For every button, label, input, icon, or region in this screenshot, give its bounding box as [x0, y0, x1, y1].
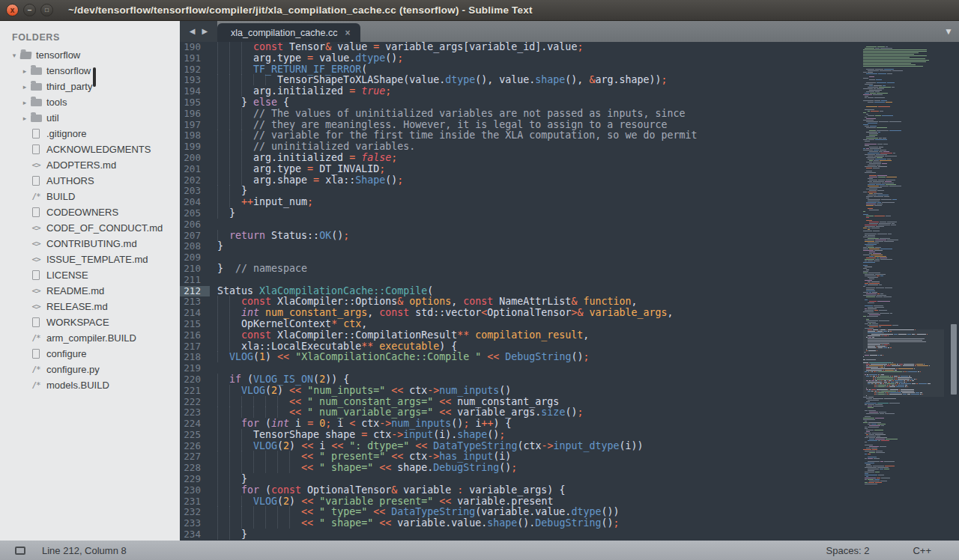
- code-line-209[interactable]: 209: [180, 252, 863, 264]
- disclosure-triangle-icon[interactable]: ▸: [21, 83, 28, 91]
- sidebar-item-tensorflow[interactable]: ▸tensorflow: [0, 63, 180, 79]
- code-line-232[interactable]: 232 << " type=" << DataTypeString(variab…: [180, 507, 863, 518]
- sidebar-item-configure[interactable]: configure: [0, 346, 180, 362]
- sidebar-item-tensorflow[interactable]: ▾tensorflow: [0, 47, 180, 63]
- line-number[interactable]: 211: [180, 275, 210, 286]
- line-number[interactable]: 210: [180, 264, 210, 275]
- line-number[interactable]: 227: [180, 451, 210, 463]
- tab-overflow-icon[interactable]: ▼: [944, 27, 953, 36]
- line-number[interactable]: 234: [180, 529, 210, 541]
- line-number[interactable]: 204: [180, 197, 210, 208]
- disclosure-triangle-icon[interactable]: ▸: [21, 115, 28, 122]
- code-line-229[interactable]: 229 }: [180, 474, 863, 485]
- code-line-212[interactable]: 212Status XlaCompilationCache::Compile(: [180, 286, 863, 297]
- code-line-204[interactable]: 204 ++input_num;: [180, 197, 863, 208]
- code-line-233[interactable]: 233 << " shape=" << variable.value.shape…: [180, 518, 863, 529]
- code-line-198[interactable]: 198 // variable for the first time insid…: [180, 130, 863, 141]
- line-number[interactable]: 198: [180, 130, 210, 141]
- minimap-viewport[interactable]: [863, 329, 944, 397]
- line-number[interactable]: 232: [180, 507, 210, 518]
- code-line-192[interactable]: 192 TF_RETURN_IF_ERROR(: [180, 64, 863, 76]
- code-line-228[interactable]: 228 << " shape=" << shape.DebugString();: [180, 463, 863, 474]
- disclosure-triangle-icon[interactable]: ▾: [10, 52, 18, 59]
- line-number[interactable]: 226: [180, 441, 210, 452]
- sidebar-item-license[interactable]: LICENSE: [0, 267, 180, 283]
- sidebar-item-readme-md[interactable]: <>README.md: [0, 283, 180, 299]
- prev-tab-icon[interactable]: ◀: [190, 28, 196, 35]
- sidebar-item-adopters-md[interactable]: <>ADOPTERS.md: [0, 157, 180, 173]
- line-number[interactable]: 201: [180, 164, 210, 175]
- disclosure-triangle-icon[interactable]: ▸: [21, 99, 28, 106]
- sidebar-item-models-build[interactable]: /*models.BUILD: [0, 377, 180, 393]
- code-line-191[interactable]: 191 arg.type = value.dtype();: [180, 53, 863, 64]
- syntax-setting[interactable]: C++: [913, 545, 931, 556]
- code-line-205[interactable]: 205 }: [180, 208, 863, 219]
- line-number[interactable]: 222: [180, 397, 210, 408]
- tab-xla-compilation-cache[interactable]: xla_compilation_cache.cc ×: [217, 23, 360, 42]
- editor-pane[interactable]: 190 const Tensor& value = variable_args[…: [180, 42, 959, 541]
- line-number[interactable]: 206: [180, 219, 210, 231]
- line-number[interactable]: 233: [180, 518, 210, 529]
- code-line-225[interactable]: 225 TensorShape shape = ctx->input(i).sh…: [180, 430, 863, 441]
- code-area[interactable]: 190 const Tensor& value = variable_args[…: [180, 42, 863, 541]
- sidebar-item-third-party[interactable]: ▸third_party: [0, 79, 180, 94]
- code-line-195[interactable]: 195 } else {: [180, 97, 863, 109]
- code-line-231[interactable]: 231 VLOG(2) << "variable present=" << va…: [180, 496, 863, 508]
- code-line-224[interactable]: 224 for (int i = 0; i < ctx->num_inputs(…: [180, 419, 863, 430]
- code-line-206[interactable]: 206: [180, 219, 863, 231]
- disclosure-triangle-icon[interactable]: ▸: [21, 67, 28, 75]
- line-number[interactable]: 203: [180, 186, 210, 197]
- line-number[interactable]: 228: [180, 463, 210, 474]
- sidebar-item-configure-py[interactable]: /*configure.py: [0, 362, 180, 377]
- code-line-202[interactable]: 202 arg.shape = xla::Shape();: [180, 175, 863, 186]
- line-number[interactable]: 197: [180, 120, 210, 131]
- code-line-226[interactable]: 226 VLOG(2) << i << ": dtype=" << DataTy…: [180, 441, 863, 452]
- line-number[interactable]: 221: [180, 386, 210, 397]
- code-line-211[interactable]: 211: [180, 275, 863, 286]
- line-number[interactable]: 207: [180, 231, 210, 242]
- tab-close-icon[interactable]: ×: [345, 28, 350, 38]
- code-line-216[interactable]: 216 const XlaCompiler::CompilationResult…: [180, 330, 863, 341]
- minimap[interactable]: [863, 42, 944, 541]
- line-number[interactable]: 224: [180, 419, 210, 430]
- code-line-214[interactable]: 214 int num_constant_args, const std::ve…: [180, 308, 863, 319]
- vertical-scrollbar[interactable]: [944, 42, 959, 541]
- code-line-219[interactable]: 219: [180, 363, 863, 374]
- code-line-220[interactable]: 220 if (VLOG_IS_ON(2)) {: [180, 374, 863, 386]
- line-number[interactable]: 200: [180, 153, 210, 164]
- line-number[interactable]: 193: [180, 75, 210, 86]
- code-line-190[interactable]: 190 const Tensor& value = variable_args[…: [180, 42, 863, 53]
- close-window-button[interactable]: x: [6, 4, 19, 16]
- line-number[interactable]: 212: [180, 286, 210, 297]
- sidebar-item-util[interactable]: ▸util: [0, 110, 180, 126]
- line-number[interactable]: 218: [180, 352, 210, 363]
- next-tab-icon[interactable]: ▶: [202, 28, 208, 35]
- code-line-201[interactable]: 201 arg.type = DT_INVALID;: [180, 164, 863, 175]
- line-number[interactable]: 223: [180, 407, 210, 419]
- vintage-mode-icon[interactable]: [15, 547, 25, 555]
- line-number[interactable]: 229: [180, 474, 210, 485]
- code-line-217[interactable]: 217 xla::LocalExecutable** executable) {: [180, 341, 863, 353]
- sidebar-item-workspace[interactable]: WORKSPACE: [0, 314, 180, 330]
- code-line-196[interactable]: 196 // The values of uninitialized varia…: [180, 109, 863, 120]
- sidebar-item-acknowledgments[interactable]: ACKNOWLEDGMENTS: [0, 141, 180, 157]
- line-number[interactable]: 208: [180, 241, 210, 252]
- sidebar-item-codeowners[interactable]: CODEOWNERS: [0, 204, 180, 220]
- code-line-199[interactable]: 199 // uninitialized variables.: [180, 141, 863, 153]
- code-line-197[interactable]: 197 // they are meaningless. However, it…: [180, 120, 863, 131]
- line-number[interactable]: 196: [180, 109, 210, 120]
- line-number[interactable]: 220: [180, 374, 210, 386]
- line-number[interactable]: 225: [180, 430, 210, 441]
- line-number[interactable]: 216: [180, 330, 210, 341]
- code-line-203[interactable]: 203 }: [180, 186, 863, 197]
- line-number[interactable]: 209: [180, 252, 210, 264]
- code-line-213[interactable]: 213 const XlaCompiler::Options& options,…: [180, 296, 863, 308]
- code-line-218[interactable]: 218 VLOG(1) << "XlaCompilationCache::Com…: [180, 352, 863, 363]
- sidebar-item-release-md[interactable]: <>RELEASE.md: [0, 299, 180, 314]
- code-line-223[interactable]: 223 << " num_variable_args=" << variable…: [180, 407, 863, 419]
- line-number[interactable]: 217: [180, 341, 210, 353]
- minimize-window-button[interactable]: –: [23, 4, 36, 16]
- code-line-222[interactable]: 222 << " num_constant_args=" << num_cons…: [180, 397, 863, 408]
- line-number[interactable]: 190: [180, 42, 210, 53]
- line-number[interactable]: 205: [180, 208, 210, 219]
